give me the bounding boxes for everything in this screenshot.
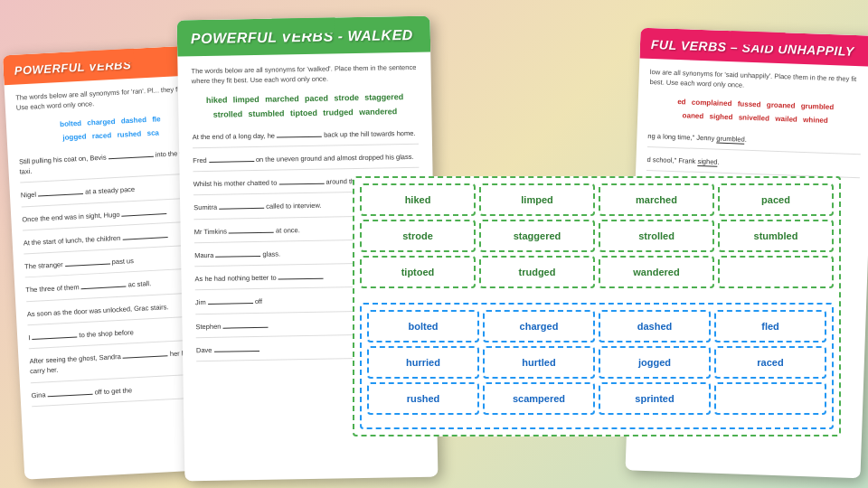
word-cell-staggered[interactable]: staggered xyxy=(479,220,595,252)
ran-word-grid: bolted charged dashed fled hurried hurtl… xyxy=(367,310,826,415)
walked-sentence-1: At the end of a long day, he back up the… xyxy=(193,127,419,148)
card-said-title: FUL VERBS – SAID UNHAPPILY xyxy=(651,37,864,59)
word-cell-jogged[interactable]: jogged xyxy=(599,346,711,379)
word-cell-strolled[interactable]: strolled xyxy=(599,220,714,252)
word-grid-overlay: hiked limped marched paced strode stagge… xyxy=(353,176,841,436)
word-cell-rushed[interactable]: rushed xyxy=(367,382,479,415)
card-ran-wordbank: bolted charged dashed fle jogged raced r… xyxy=(17,110,204,148)
word-cell-stumbled[interactable]: stumbled xyxy=(718,220,834,252)
grid-separator xyxy=(360,296,834,303)
word-cell-empty-1 xyxy=(718,256,834,288)
card-walked-instruction: The words below are all synonyms for 'wa… xyxy=(191,63,417,86)
word-cell-sprinted[interactable]: sprinted xyxy=(599,382,711,415)
word-cell-limped[interactable]: limped xyxy=(479,183,595,216)
card-walked-title: POWERFUL VERBS - WALKED xyxy=(191,27,417,47)
word-cell-strode[interactable]: strode xyxy=(360,220,476,252)
word-cell-charged[interactable]: charged xyxy=(483,310,595,343)
word-cell-raced[interactable]: raced xyxy=(714,346,826,379)
word-cell-trudged[interactable]: trudged xyxy=(479,256,595,288)
word-cell-hiked[interactable]: hiked xyxy=(360,183,476,216)
walked-sentence-2: Fred on the uneven ground and almost dro… xyxy=(193,152,419,173)
card-said-body: low are all synonyms for 'said unhappily… xyxy=(635,59,868,195)
word-cell-bolted[interactable]: bolted xyxy=(367,310,479,343)
word-cell-fled[interactable]: fled xyxy=(714,310,826,343)
word-cell-hurtled[interactable]: hurtled xyxy=(483,346,595,379)
said-sentence-2: d school," Frank sighed. xyxy=(646,155,860,178)
card-said-instruction: low are all synonyms for 'said unhappily… xyxy=(649,68,863,94)
card-said-wordbank: ed complained fussed groaned grumbled oa… xyxy=(648,94,863,129)
word-cell-paced[interactable]: paced xyxy=(718,183,834,216)
walked-word-grid: hiked limped marched paced strode stagge… xyxy=(360,183,834,288)
page-container: POWERFUL VERBS The words below are all s… xyxy=(0,0,868,488)
card-walked-header: POWERFUL VERBS - WALKED xyxy=(177,16,431,57)
card-walked-wordbank: hiked limped marched paced strode stagge… xyxy=(192,89,419,123)
ran-word-grid-container: bolted charged dashed fled hurried hurtl… xyxy=(360,303,834,429)
card-ran-instruction: The words below are all synonyms for 'ra… xyxy=(15,84,203,113)
word-cell-marched[interactable]: marched xyxy=(599,183,714,216)
word-cell-dashed[interactable]: dashed xyxy=(599,310,711,343)
sentence-1: Still pulling his coat on, Bevis into th… xyxy=(19,147,206,183)
word-cell-hurried[interactable]: hurried xyxy=(367,346,479,379)
card-ran-title: POWERFUL VERBS xyxy=(14,54,201,78)
word-cell-wandered[interactable]: wandered xyxy=(599,256,714,288)
word-cell-empty-2 xyxy=(714,382,826,415)
word-cell-scampered[interactable]: scampered xyxy=(483,382,595,415)
word-cell-tiptoed[interactable]: tiptoed xyxy=(360,256,476,288)
said-sentence-1: ng a long time," Jenny grumbled. xyxy=(647,131,861,155)
